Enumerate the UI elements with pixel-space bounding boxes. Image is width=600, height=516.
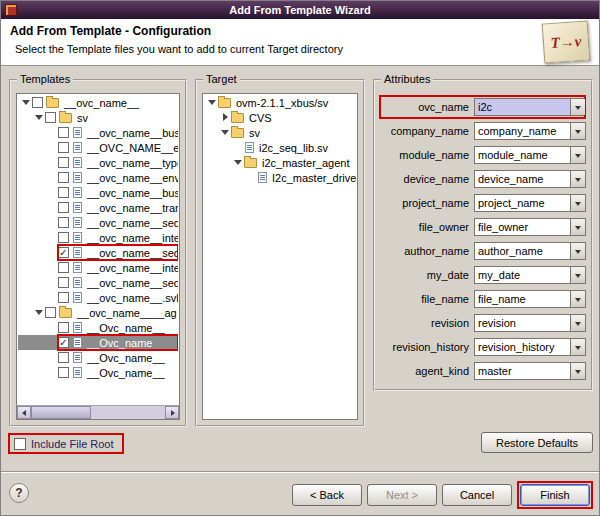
combo-dropdown-icon[interactable] [570,195,585,211]
include-file-root-checkbox[interactable] [14,438,26,450]
tree-item-label: __ovc_name__type [85,157,178,169]
cancel-button[interactable]: Cancel [442,484,512,506]
tree-row[interactable]: __ovc_name__inter [18,260,178,275]
tree-row[interactable]: __ovc_name__env_ [18,170,178,185]
tree-checkbox[interactable] [58,262,69,273]
back-button[interactable]: < Back [292,484,362,506]
combo-value[interactable]: my_date [475,267,570,283]
tree-checkbox[interactable] [58,277,69,288]
tree-row[interactable]: __OVC_NAME__env [18,140,178,155]
tree-checkbox[interactable] [58,157,69,168]
include-file-root[interactable]: Include File Root [8,433,124,454]
expander-open-icon[interactable] [34,112,44,123]
tree-checkbox[interactable]: ✓ [58,247,69,258]
tree-row[interactable]: sv [18,110,178,125]
tree-checkbox[interactable] [58,367,69,378]
tree-row[interactable]: __ovc_name__ [18,95,178,110]
tree-checkbox[interactable] [58,352,69,363]
finish-button[interactable]: Finish [520,484,590,506]
templates-tree[interactable]: __ovc_name__sv__ovc_name__bus___OVC_NAME… [16,93,180,420]
expander-open-icon[interactable] [233,157,243,168]
combo-value[interactable]: company_name [475,123,570,139]
tree-row[interactable]: ✓__Ovc_name [18,335,178,350]
tree-checkbox[interactable] [58,172,69,183]
tree-checkbox[interactable] [58,217,69,228]
indent-spacer [47,232,57,243]
tree-checkbox[interactable]: ✓ [58,337,69,348]
expander-open-icon[interactable] [34,307,44,318]
page-title: Add From Template - Configuration [10,24,211,38]
combo-dropdown-icon[interactable] [570,339,585,355]
combo-dropdown-icon[interactable] [570,171,585,187]
tree-row[interactable]: __ovc_name__bus_ [18,185,178,200]
tree-checkbox[interactable] [32,97,43,108]
tree-row[interactable]: i2c_seq_lib.sv [204,140,356,155]
attributes-fields: ovc_namei2ccompany_namecompany_namemodul… [379,95,586,383]
scrollbar-thumb[interactable] [31,406,91,419]
combo-value[interactable]: file_name [475,291,570,307]
combo-dropdown-icon[interactable] [570,219,585,235]
tree-row[interactable]: __ovc_name__sequ [18,275,178,290]
tree-checkbox[interactable] [58,322,69,333]
help-button[interactable]: ? [9,483,29,503]
attribute-label: file_owner [379,221,469,233]
scroll-right-arrow-icon[interactable] [165,406,179,419]
combo-value[interactable]: file_owner [475,219,570,235]
combo-value[interactable]: revision_history [475,339,570,355]
combo-value[interactable]: revision [475,315,570,331]
tree-row[interactable]: I2c_master_driver.sv [204,170,356,185]
combo-dropdown-icon[interactable] [570,123,585,139]
combo-value[interactable]: author_name [475,243,570,259]
tree-row[interactable]: __ovc_name__type [18,155,178,170]
tree-checkbox[interactable] [58,142,69,153]
horizontal-scrollbar[interactable] [17,405,179,419]
combo-value[interactable]: module_name [475,147,570,163]
combo-dropdown-icon[interactable] [570,99,585,115]
combo-dropdown-icon[interactable] [570,315,585,331]
tree-row[interactable]: __ovc_name__sequ [18,215,178,230]
combo-value[interactable]: master [475,363,570,379]
tree-row[interactable]: CVS [204,110,356,125]
tree-checkbox[interactable] [58,292,69,303]
combo-value[interactable]: project_name [475,195,570,211]
combo-value[interactable]: i2c [475,99,570,115]
tree-row[interactable]: i2c_master_agent [204,155,356,170]
tree-row[interactable]: sv [204,125,356,140]
tree-row[interactable]: __ovc_name__tran [18,200,178,215]
tree-checkbox[interactable] [45,112,56,123]
tree-row[interactable]: __ovc_name__bus_ [18,125,178,140]
tree-item-label: __ovc_name__env_ [85,172,178,184]
tree-row[interactable]: ovm-2.1.1_xbus/sv [204,95,356,110]
tree-row[interactable]: __Ovc_name__ [18,350,178,365]
expander-open-icon[interactable] [220,127,230,138]
tree-row[interactable]: __ovc_name__inter [18,230,178,245]
next-button[interactable]: Next > [367,484,437,506]
tree-checkbox[interactable] [58,187,69,198]
target-tree[interactable]: ovm-2.1.1_xbus/svCVSsvi2c_seq_lib.svi2c_… [202,93,358,420]
restore-defaults-button[interactable]: Restore Defaults [481,432,593,453]
button-bar: < Back Next > Cancel Finish [292,481,593,509]
combo-dropdown-icon[interactable] [570,147,585,163]
tree-row[interactable]: __Ovc_name__ [18,320,178,335]
titlebar[interactable]: Add From Template Wizard [1,1,599,19]
target-group-label: Target [203,73,240,86]
tree-checkbox[interactable] [58,202,69,213]
expander-open-icon[interactable] [207,97,217,108]
scroll-left-arrow-icon[interactable] [17,406,31,419]
tree-row[interactable]: __Ovc_name__ [18,365,178,380]
scrollbar-track[interactable] [31,406,165,419]
tree-row[interactable]: __ovc_name__.svh [18,290,178,305]
tree-checkbox[interactable] [58,232,69,243]
tree-checkbox[interactable] [58,127,69,138]
expander-open-icon[interactable] [21,97,31,108]
combo-dropdown-icon[interactable] [570,243,585,259]
expander-closed-icon[interactable] [220,112,230,123]
attribute-label: ovc_name [379,101,469,113]
combo-dropdown-icon[interactable] [570,267,585,283]
combo-value[interactable]: device_name [475,171,570,187]
tree-row[interactable]: __ovc_name____ag [18,305,178,320]
combo-dropdown-icon[interactable] [570,291,585,307]
combo-dropdown-icon[interactable] [570,363,585,379]
tree-checkbox[interactable] [45,307,56,318]
tree-row[interactable]: ✓__ovc_name__seq_ [18,245,178,260]
